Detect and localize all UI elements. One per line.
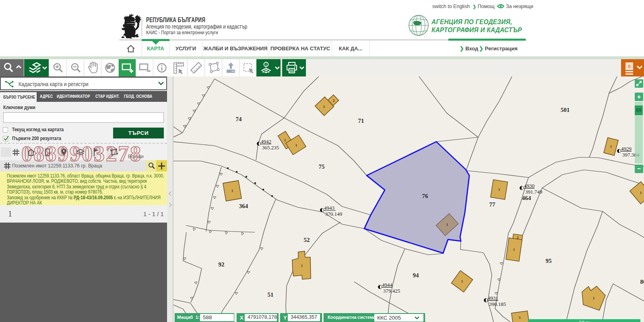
- svg-text:51: 51: [268, 291, 274, 298]
- svg-text:364: 364: [239, 203, 248, 209]
- svg-text:1: 1: [593, 296, 595, 300]
- svg-text:94: 94: [413, 272, 419, 279]
- svg-text:1: 1: [446, 223, 448, 227]
- svg-text:1: 1: [301, 264, 303, 268]
- svg-text:4929: 4929: [621, 146, 632, 152]
- svg-text:4943: 4943: [324, 205, 334, 211]
- svg-text:1: 1: [498, 188, 500, 192]
- svg-text:95: 95: [546, 258, 552, 264]
- svg-text:2: 2: [517, 235, 519, 239]
- svg-text:390.185: 390.185: [489, 301, 506, 307]
- svg-text:379.425: 379.425: [383, 288, 400, 294]
- svg-text:501: 501: [561, 107, 570, 113]
- svg-text:77: 77: [489, 201, 496, 208]
- svg-text:4942: 4942: [261, 138, 271, 144]
- svg-text:1: 1: [295, 143, 297, 147]
- svg-text:74: 74: [236, 116, 242, 122]
- svg-text:1: 1: [231, 189, 233, 193]
- svg-text:4930: 4930: [524, 183, 535, 189]
- svg-text:1: 1: [513, 248, 515, 252]
- svg-text:370.149: 370.149: [325, 211, 342, 217]
- svg-text:464: 464: [522, 195, 531, 201]
- svg-text:76: 76: [422, 193, 429, 199]
- svg-text:86: 86: [640, 279, 644, 285]
- svg-text:1: 1: [323, 105, 325, 109]
- svg-text:4944: 4944: [382, 282, 393, 288]
- svg-text:4931: 4931: [488, 295, 498, 301]
- svg-text:391.749: 391.749: [525, 189, 542, 195]
- svg-text:2: 2: [333, 99, 335, 103]
- svg-text:71: 71: [358, 118, 364, 124]
- svg-text:52: 52: [304, 237, 310, 243]
- svg-text:2: 2: [284, 138, 286, 142]
- svg-text:365.235: 365.235: [262, 144, 279, 151]
- svg-text:92: 92: [219, 261, 225, 268]
- svg-text:75: 75: [319, 163, 325, 170]
- svg-text:1: 1: [610, 144, 612, 149]
- svg-text:1: 1: [461, 279, 463, 283]
- svg-text:3: 3: [519, 316, 521, 320]
- svg-text:0: 0: [628, 63, 631, 69]
- svg-text:1: 1: [640, 191, 642, 195]
